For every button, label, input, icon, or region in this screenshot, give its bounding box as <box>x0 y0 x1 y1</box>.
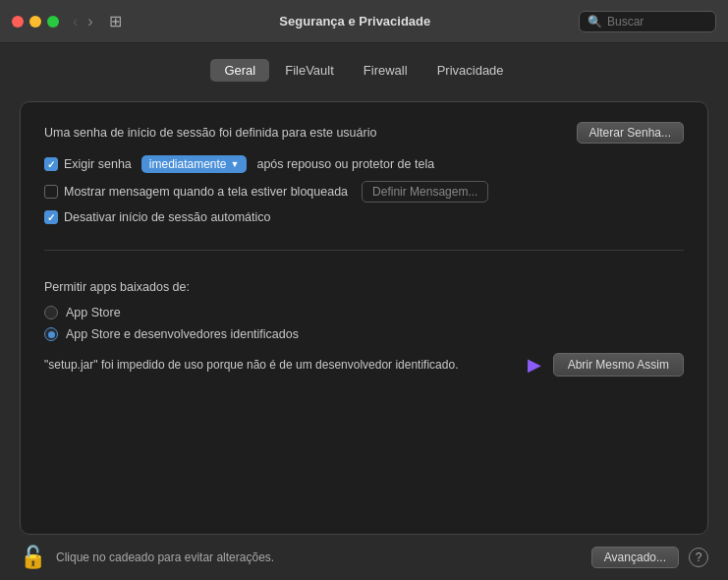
require-password-label-after: após repouso ou protetor de tela <box>256 157 434 171</box>
disable-autologin-checkbox[interactable] <box>44 210 58 224</box>
app-store-devs-label: App Store e desenvolvedores identificado… <box>66 327 299 341</box>
show-message-label: Mostrar mensagem quando a tela estiver b… <box>64 185 348 199</box>
radio-app-store-devs: App Store e desenvolvedores identificado… <box>44 327 684 341</box>
require-password-dropdown[interactable]: imediatamente ▼ <box>141 155 248 173</box>
main-content: Geral FileVault Firewall Privacidade Uma… <box>0 43 728 535</box>
footer: 🔓 Clique no cadeado para evitar alteraçõ… <box>0 535 728 580</box>
window-title: Segurança e Privacidade <box>132 14 579 29</box>
help-button[interactable]: ? <box>689 548 708 567</box>
disable-autologin-label: Desativar início de sessão automático <box>64 210 271 224</box>
nav-arrows: ‹ › <box>71 14 95 29</box>
tab-filevault[interactable]: FileVault <box>271 59 348 82</box>
advanced-button[interactable]: Avançado... <box>591 547 679 568</box>
arrow-right-icon: ▶ <box>528 354 541 376</box>
titlebar: ‹ › ⊞ Segurança e Privacidade 🔍 <box>0 0 728 43</box>
tab-firewall[interactable]: Firewall <box>350 59 421 82</box>
footer-lock-label: Clique no cadeado para evitar alterações… <box>56 551 582 564</box>
lock-icon[interactable]: 🔓 <box>20 545 46 570</box>
open-anyway-button[interactable]: Abrir Mesmo Assim <box>553 353 684 377</box>
chevron-down-icon: ▼ <box>231 159 240 169</box>
require-password-checkbox[interactable] <box>44 157 58 171</box>
search-box[interactable]: 🔍 <box>579 11 716 32</box>
close-button[interactable] <box>12 16 24 28</box>
tab-geral[interactable]: Geral <box>210 59 269 82</box>
tab-bar: Geral FileVault Firewall Privacidade <box>20 59 708 82</box>
define-message-button[interactable]: Definir Mensagem... <box>362 181 488 203</box>
require-password-label-before: Exigir senha <box>64 157 132 171</box>
search-input[interactable] <box>607 15 707 29</box>
maximize-button[interactable] <box>47 16 59 28</box>
app-store-radio[interactable] <box>44 306 58 319</box>
forward-button[interactable]: › <box>85 14 94 29</box>
change-password-button[interactable]: Alterar Senha... <box>577 122 684 144</box>
grid-icon: ⊞ <box>109 12 122 30</box>
dropdown-value: imediatamente <box>149 157 227 171</box>
tab-privacidade[interactable]: Privacidade <box>423 59 518 82</box>
minimize-button[interactable] <box>29 16 41 28</box>
app-store-label: App Store <box>66 306 121 319</box>
app-store-devs-radio[interactable] <box>44 327 58 341</box>
password-section: Uma senha de início de sessão foi defini… <box>44 122 684 251</box>
back-button[interactable]: ‹ <box>71 14 80 29</box>
blocked-message: "setup.jar" foi impedido de uso porque n… <box>44 358 516 372</box>
password-row: Uma senha de início de sessão foi defini… <box>44 122 684 144</box>
footer-right: Avançado... ? <box>591 547 708 568</box>
disable-autologin-row: Desativar início de sessão automático <box>44 210 684 224</box>
blocked-message-row: "setup.jar" foi impedido de uso porque n… <box>44 353 684 377</box>
password-description: Uma senha de início de sessão foi defini… <box>44 126 376 140</box>
apps-section: Permitir apps baixados de: App Store App… <box>44 280 684 514</box>
settings-panel: Uma senha de início de sessão foi defini… <box>20 101 708 535</box>
require-password-row: Exigir senha imediatamente ▼ após repous… <box>44 155 684 173</box>
search-icon: 🔍 <box>588 15 602 29</box>
radio-app-store: App Store <box>44 306 684 319</box>
show-message-row: Mostrar mensagem quando a tela estiver b… <box>44 181 684 203</box>
traffic-lights <box>12 16 59 28</box>
apps-section-title: Permitir apps baixados de: <box>44 280 684 294</box>
show-message-checkbox[interactable] <box>44 185 58 199</box>
